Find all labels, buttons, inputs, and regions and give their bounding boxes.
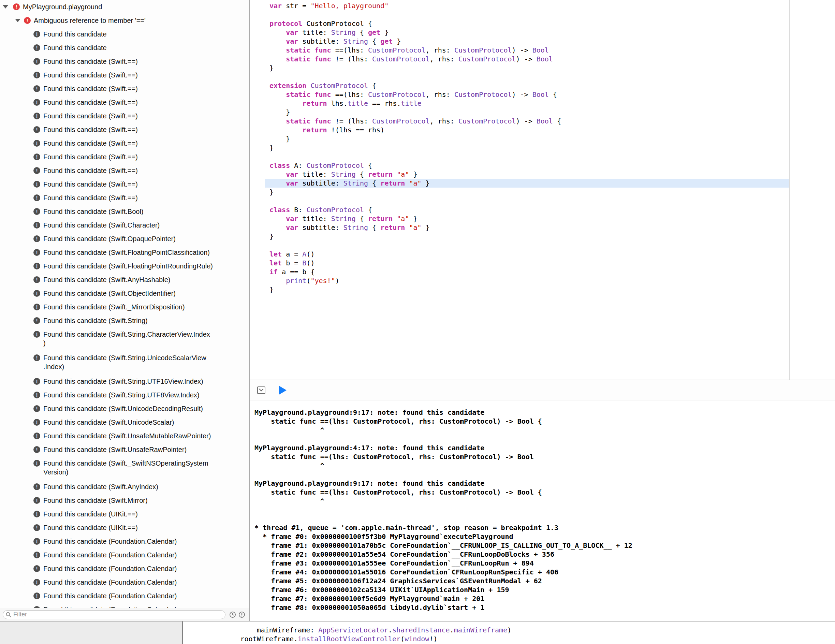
recent-issues-filter-button[interactable] [229, 611, 237, 619]
code-line[interactable]: print("yes!") [265, 276, 789, 285]
sidebar-item-note[interactable]: !Found this candidate (Swift.==) [0, 191, 249, 205]
code-line[interactable]: class B: CustomProtocol { [265, 205, 789, 214]
sidebar-item-note[interactable]: !Found this candidate (Swift._SwiftNSOpe… [0, 456, 249, 480]
sidebar-item-note[interactable]: !Found this candidate (Swift.String) [0, 314, 249, 327]
sidebar-item-note[interactable]: !Found this candidate (Swift.Character) [0, 218, 249, 232]
code-line[interactable]: protocol CustomProtocol { [265, 19, 789, 28]
sidebar-item-note[interactable]: !Found this candidate (UIKit.==) [0, 521, 249, 535]
sidebar-item-note[interactable]: !Found this candidate (Swift.String.UTF8… [0, 388, 249, 402]
sidebar-item-note[interactable]: !Found this candidate (UIKit.==) [0, 507, 249, 521]
sidebar-item-note[interactable]: !Found this candidate (Swift.String.UTF1… [0, 374, 249, 388]
code-line[interactable]: return lhs.title == rhs.title [265, 99, 789, 108]
sidebar-item-note[interactable]: !Found this candidate (Swift.FloatingPoi… [0, 259, 249, 273]
sidebar-item-note[interactable]: !Found this candidate (Swift.==) [0, 123, 249, 137]
sidebar-item-note[interactable]: !Found this candidate (Swift.FloatingPoi… [0, 246, 249, 259]
code-line[interactable]: } [265, 108, 789, 117]
note-icon: ! [33, 99, 40, 106]
code-line[interactable] [265, 152, 789, 161]
disclosure-triangle-icon[interactable] [3, 5, 13, 8]
sidebar-item-note[interactable]: !Found this candidate (Swift.==) [0, 137, 249, 150]
issue-label: Found this candidate (Swift.==) [43, 71, 138, 80]
sidebar-item-note[interactable]: !Found this candidate (Swift.AnyIndex) [0, 480, 249, 494]
sidebar-item-note[interactable]: !Found this candidate [0, 27, 249, 41]
code-line[interactable]: } [265, 63, 789, 72]
code-line[interactable]: } [265, 188, 789, 197]
console-pane-toggle-button[interactable] [257, 387, 265, 394]
code-line[interactable]: return !(lhs == rhs) [265, 125, 789, 134]
sidebar-item-note[interactable]: !Found this candidate (Swift.UnicodeDeco… [0, 402, 249, 415]
issue-label: Found this candidate (Swift.Mirror) [43, 496, 148, 505]
code-line[interactable] [265, 72, 789, 81]
sidebar-item-note[interactable]: !Found this candidate (Swift.==) [0, 164, 249, 177]
code-line[interactable]: class A: CustomProtocol { [265, 161, 789, 170]
sidebar-item-note[interactable]: !Found this candidate (Swift.==) [0, 55, 249, 68]
code-line[interactable]: let b = B() [265, 259, 789, 267]
sidebar-item-note[interactable]: !Found this candidate (Swift.UnsafeMutab… [0, 429, 249, 443]
note-icon: ! [33, 85, 40, 92]
sidebar-item-playground-file[interactable]: !MyPlayground.playground [0, 0, 249, 14]
chevron-down-icon [259, 389, 264, 392]
sidebar-item-note[interactable]: !Found this candidate (Swift.String.Char… [0, 327, 249, 351]
sidebar-item-error[interactable]: !Ambiguous reference to member '==' [0, 14, 249, 27]
code-line[interactable]: } [265, 232, 789, 241]
sidebar-item-note[interactable]: !Found this candidate (Foundation.Calend… [0, 576, 249, 589]
execute-playground-button[interactable] [279, 386, 286, 395]
code-area[interactable]: var str = "Hello, playground"protocol Cu… [265, 0, 789, 380]
code-line[interactable]: var str = "Hello, playground" [265, 2, 789, 10]
sidebar-item-note[interactable]: !Found this candidate (Swift.String.Unic… [0, 351, 249, 374]
code-line[interactable]: let a = A() [265, 250, 789, 259]
clock-icon [229, 611, 236, 618]
errors-only-filter-button[interactable] [238, 611, 246, 619]
sidebar-item-note[interactable]: !Found this candidate (Swift.==) [0, 82, 249, 96]
sidebar-item-note[interactable]: !Found this candidate (Swift.==) [0, 177, 249, 191]
sidebar-item-note[interactable]: !Found this candidate (Foundation.Calend… [0, 562, 249, 576]
sidebar-item-note[interactable]: !Found this candidate (Swift.UnicodeScal… [0, 415, 249, 429]
sidebar-item-note[interactable]: !Found this candidate (Swift.Mirror) [0, 494, 249, 507]
sidebar-item-note[interactable]: !Found this candidate (Swift.==) [0, 96, 249, 109]
note-icon: ! [33, 579, 40, 585]
issue-label: Found this candidate (Swift.UnicodeDecod… [43, 404, 203, 413]
code-line[interactable]: var title: String { return "a" } [265, 214, 789, 223]
issue-label: Found this candidate (Swift.==) [43, 112, 138, 120]
code-line[interactable]: var subtitle: String { return "a" } [265, 223, 789, 232]
code-line[interactable]: static func != (lhs: CustomProtocol, rhs… [265, 55, 789, 63]
source-editor[interactable]: var str = "Hello, playground"protocol Cu… [250, 0, 835, 380]
sidebar-item-note[interactable]: !Found this candidate (Swift.==) [0, 68, 249, 82]
code-line[interactable] [265, 10, 789, 19]
filter-input[interactable] [3, 610, 226, 619]
code-line[interactable]: static func != (lhs: CustomProtocol, rhs… [265, 117, 789, 125]
code-line[interactable]: var title: String { get } [265, 28, 789, 37]
sidebar-item-note[interactable]: !Found this candidate (Foundation.Calend… [0, 548, 249, 562]
background-code-line: rootWireframe.installRootViewController(… [191, 634, 835, 643]
background-window-strip[interactable]: mainWireframe: AppServiceLocator.sharedI… [0, 621, 835, 644]
note-icon: ! [33, 235, 40, 242]
code-line[interactable]: if a == b { [265, 267, 789, 276]
code-line[interactable]: var title: String { return "a" } [265, 170, 789, 179]
code-line[interactable]: } [265, 285, 789, 294]
issue-label: Ambiguous reference to member '==' [34, 16, 146, 25]
code-line[interactable]: } [265, 143, 789, 152]
filter-field [3, 610, 226, 619]
code-line[interactable] [265, 197, 789, 205]
sidebar-item-note[interactable]: !Found this candidate (Swift._MirrorDisp… [0, 300, 249, 314]
sidebar-item-note[interactable]: !Found this candidate (Swift.ObjectIdent… [0, 286, 249, 300]
code-line-highlighted[interactable]: var subtitle: String { return "a" } [265, 179, 789, 188]
code-line[interactable]: var subtitle: String { get } [265, 37, 789, 46]
sidebar-item-note[interactable]: !Found this candidate (Foundation.Calend… [0, 603, 249, 608]
code-line[interactable]: static func ==(lhs: CustomProtocol, rhs:… [265, 46, 789, 55]
disclosure-triangle-icon[interactable] [15, 19, 24, 22]
code-line[interactable]: } [265, 134, 789, 143]
note-icon: ! [33, 460, 40, 467]
sidebar-item-note[interactable]: !Found this candidate (Swift.Bool) [0, 205, 249, 218]
code-line[interactable] [265, 241, 789, 250]
code-line[interactable]: extension CustomProtocol { [265, 81, 789, 90]
sidebar-item-note[interactable]: !Found this candidate (Swift.==) [0, 109, 249, 123]
sidebar-item-note[interactable]: !Found this candidate [0, 41, 249, 55]
sidebar-item-note[interactable]: !Found this candidate (Swift.OpaquePoint… [0, 232, 249, 246]
sidebar-item-note[interactable]: !Found this candidate (Swift.AnyHashable… [0, 273, 249, 286]
sidebar-item-note[interactable]: !Found this candidate (Swift.UnsafeRawPo… [0, 443, 249, 456]
code-line[interactable]: static func ==(lhs: CustomProtocol, rhs:… [265, 90, 789, 99]
sidebar-item-note[interactable]: !Found this candidate (Swift.==) [0, 150, 249, 164]
sidebar-item-note[interactable]: !Found this candidate (Foundation.Calend… [0, 535, 249, 548]
sidebar-item-note[interactable]: !Found this candidate (Foundation.Calend… [0, 589, 249, 603]
